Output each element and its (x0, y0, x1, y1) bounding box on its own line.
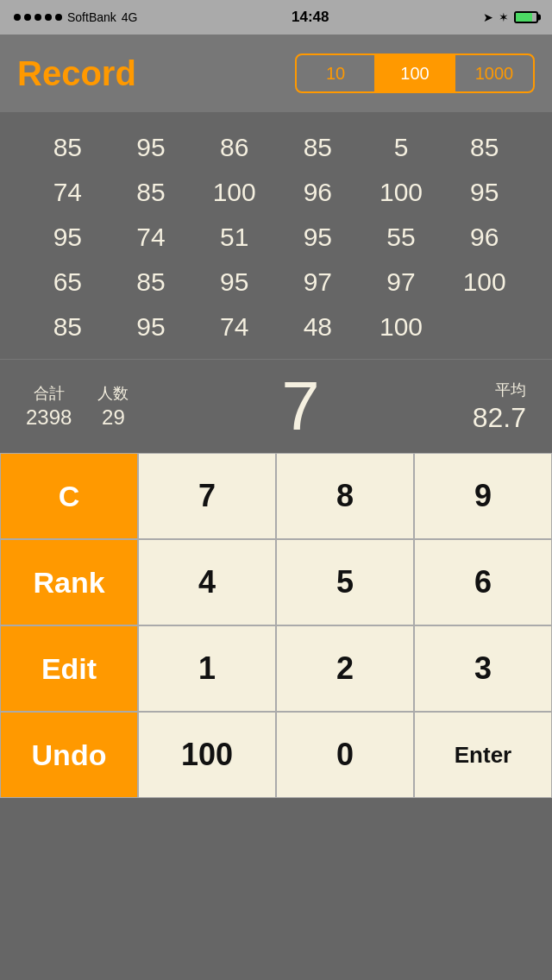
key-2[interactable]: 2 (276, 625, 414, 712)
count-label: 人数 (97, 383, 129, 404)
score-cell: 97 (276, 264, 360, 300)
signal-dots (14, 14, 62, 21)
score-cell: 96 (276, 174, 360, 210)
status-bar: SoftBank 4G 14:48 ➤ ✶ (0, 0, 552, 35)
score-cell: 74 (110, 219, 193, 255)
page-title: Record (17, 54, 278, 93)
score-cell: 95 (110, 309, 193, 345)
key-1[interactable]: 1 (138, 625, 276, 712)
segment-1000[interactable]: 1000 (455, 55, 533, 91)
key-0[interactable]: 0 (276, 712, 414, 798)
avg-value: 82.7 (473, 402, 526, 434)
score-cell: 5 (360, 129, 443, 166)
current-input-number: 7 (281, 372, 320, 441)
score-area: 8595868558574851009610095957451955596658… (0, 112, 552, 354)
score-cell: 100 (360, 174, 443, 210)
rank-button[interactable]: Rank (0, 539, 138, 625)
score-cell: 85 (442, 129, 526, 166)
score-cell: 95 (442, 174, 526, 210)
key-7[interactable]: 7 (138, 453, 276, 539)
count-value: 29 (102, 405, 125, 430)
score-cell: 48 (276, 309, 360, 345)
undo-button[interactable]: Undo (0, 712, 138, 798)
score-cell: 74 (26, 174, 110, 210)
score-cell: 95 (276, 219, 360, 255)
score-cell: 95 (110, 129, 193, 166)
location-icon: ➤ (483, 10, 493, 24)
segment-100[interactable]: 100 (376, 55, 454, 91)
total-block: 合計 2398 (26, 383, 72, 430)
score-cell: 55 (360, 219, 443, 255)
count-block: 人数 29 (97, 383, 129, 430)
score-cell: 100 (360, 309, 443, 345)
keypad: C789Rank456Edit123Undo1000Enter (0, 453, 552, 798)
carrier-label: SoftBank (67, 10, 116, 24)
time-label: 14:48 (292, 9, 329, 26)
score-cell: 85 (110, 264, 193, 300)
key-6[interactable]: 6 (414, 539, 552, 625)
score-cell: 85 (276, 129, 360, 166)
score-grid: 8595868558574851009610095957451955596658… (26, 129, 526, 345)
score-cell: 95 (26, 219, 110, 255)
bluetooth-icon: ✶ (499, 10, 509, 24)
score-cell: 74 (192, 309, 276, 345)
current-input-display: 7 (129, 372, 472, 441)
score-cell: 100 (192, 174, 276, 210)
network-label: 4G (122, 10, 138, 24)
score-cell: 85 (26, 129, 110, 166)
segment-control: 10 100 1000 (295, 53, 535, 93)
key-3[interactable]: 3 (414, 625, 552, 712)
score-cell: 95 (192, 264, 276, 300)
edit-button[interactable]: Edit (0, 625, 138, 712)
avg-label: 平均 (495, 380, 526, 400)
key-100[interactable]: 100 (138, 712, 276, 798)
total-value: 2398 (26, 405, 72, 430)
key-8[interactable]: 8 (276, 453, 414, 539)
battery-icon (514, 11, 538, 23)
score-cell: 85 (110, 174, 193, 210)
clear-button[interactable]: C (0, 453, 138, 539)
key-9[interactable]: 9 (414, 453, 552, 539)
key-5[interactable]: 5 (276, 539, 414, 625)
score-cell: 51 (192, 219, 276, 255)
segment-10[interactable]: 10 (297, 55, 374, 91)
header: Record 10 100 1000 (0, 35, 552, 112)
score-cell (442, 309, 526, 345)
score-cell: 97 (360, 264, 443, 300)
status-right: ➤ ✶ (483, 10, 538, 24)
score-cell: 85 (26, 309, 110, 345)
score-cell: 96 (442, 219, 526, 255)
enter-button[interactable]: Enter (414, 712, 552, 798)
score-cell: 86 (192, 129, 276, 166)
key-4[interactable]: 4 (138, 539, 276, 625)
total-label: 合計 (34, 383, 65, 404)
score-cell: 100 (442, 264, 526, 300)
summary-area: 合計 2398 人数 29 7 平均 82.7 (0, 359, 552, 453)
score-cell: 65 (26, 264, 110, 300)
status-left: SoftBank 4G (14, 10, 138, 24)
avg-block: 平均 82.7 (473, 380, 526, 434)
